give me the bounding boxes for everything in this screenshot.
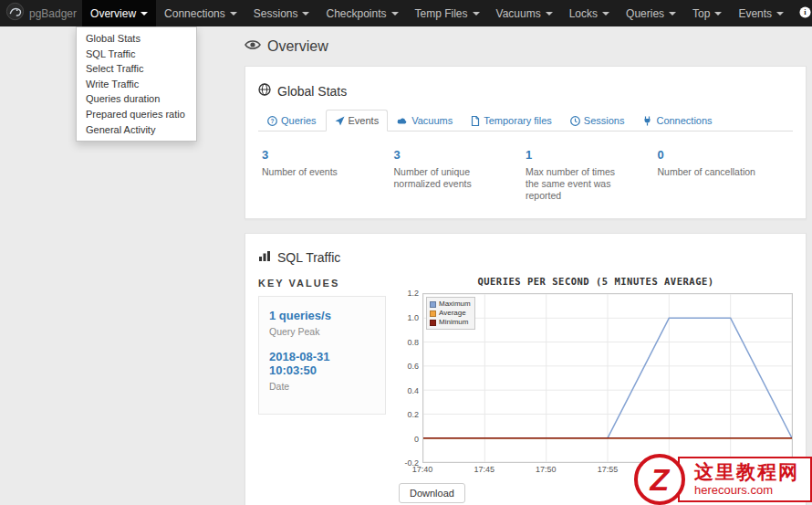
legend-label: Minimum (439, 318, 468, 327)
caret-down-icon (776, 12, 784, 16)
stat-label: Number of cancellation (658, 166, 759, 178)
stat-value: 3 (262, 148, 363, 162)
nav-item-overview[interactable]: Overview (82, 0, 156, 26)
plug-icon (642, 116, 652, 126)
nav-item-queries[interactable]: Queries (618, 0, 684, 26)
key-values-box: 1 queries/s Query Peak 2018-08-31 10:03:… (258, 296, 386, 415)
query-peak-value: 1 queries/s (269, 309, 375, 322)
query-peak-label: Query Peak (269, 326, 375, 337)
nav-item-locks[interactable]: Locks (561, 0, 618, 26)
nav-item-label: Events (738, 7, 772, 20)
x-axis-tick-label: 17:45 (474, 465, 494, 474)
tab-sessions[interactable]: Sessions (561, 110, 634, 132)
paper-plane-icon (335, 116, 345, 126)
caret-down-icon (391, 12, 399, 16)
peak-date-label: Date (269, 381, 375, 392)
tab-vacuums[interactable]: Vacuums (388, 110, 462, 132)
nav-item-label: Locks (569, 7, 598, 20)
legend-swatch (430, 320, 436, 326)
cloud-icon (397, 116, 408, 126)
y-axis-tick-label: 0.4 (407, 386, 419, 395)
y-axis-tick-label: 1.0 (407, 313, 419, 322)
legend-label: Maximum (439, 300, 471, 309)
download-button[interactable]: Download (399, 483, 465, 503)
nav-item-label: Queries (626, 7, 664, 20)
x-axis-tick-label: 17:50 (536, 465, 557, 474)
nav-item-label: Overview (90, 7, 136, 20)
key-values-title: KEY VALUES (258, 278, 386, 289)
legend-swatch (430, 301, 436, 308)
nav-item-vacuums[interactable]: Vacuums (488, 0, 561, 26)
stat-value: 3 (394, 148, 495, 162)
nav-item-label: Checkpoints (326, 7, 386, 20)
chart-title: QUERIES PER SECOND (5 MINUTES AVERAGE) (399, 276, 793, 287)
tab-temporary-files[interactable]: Temporary files (462, 110, 561, 132)
page-title-text: Overview (267, 38, 328, 55)
svg-text:?: ? (271, 118, 275, 124)
stat-label: Number of unique normalized events (394, 166, 495, 190)
nav-item-top[interactable]: Top (684, 0, 730, 26)
pgbadger-logo-icon (5, 2, 25, 25)
global-stats-panel: Global Stats ? Queries Events Vacuums Te… (245, 66, 807, 219)
nav-item-sessions[interactable]: Sessions (245, 0, 318, 26)
eye-icon (245, 38, 261, 55)
main-content: Overview Global Stats ? Queries Events V… (245, 26, 807, 505)
nav-item-about[interactable]: i (792, 0, 812, 26)
stat-value: 1 (526, 148, 627, 162)
caret-down-icon (714, 12, 722, 16)
legend-item: Maximum (430, 300, 471, 309)
dropdown-item-write-traffic[interactable]: Write Traffic (77, 77, 196, 92)
tab-events[interactable]: Events (326, 110, 389, 132)
y-axis-tick-label: 0.6 (407, 362, 419, 371)
caret-down-icon (669, 12, 676, 16)
watermark-title: 这里教程网 (694, 461, 799, 483)
caret-down-icon (473, 12, 480, 16)
legend-label: Average (439, 309, 466, 318)
clock-icon (570, 116, 580, 126)
brand-title: pgBadger (29, 7, 77, 20)
globe-icon (258, 83, 271, 99)
top-navbar: pgBadger Overview Connections Sessions C… (0, 0, 812, 26)
y-axis-tick-label: 0.8 (407, 338, 419, 347)
sql-traffic-title: SQL Traffic (258, 250, 793, 265)
caret-down-icon (302, 12, 309, 16)
watermark-logo-letter: Z (651, 462, 670, 498)
watermark-box: 这里教程网 herecours.com (678, 457, 812, 503)
y-axis-tick-label: 1.2 (407, 289, 419, 298)
nav-item-connections[interactable]: Connections (156, 0, 245, 26)
caret-down-icon (141, 12, 148, 16)
caret-down-icon (546, 12, 553, 16)
global-stats-tabs: ? Queries Events Vacuums Temporary files… (258, 110, 793, 132)
dropdown-item-global-stats[interactable]: Global Stats (77, 31, 196, 47)
tab-queries[interactable]: ? Queries (258, 110, 326, 132)
nav-item-label: Connections (164, 7, 225, 20)
stat-label: Number of events (262, 166, 363, 178)
nav-item-checkpoints[interactable]: Checkpoints (318, 0, 406, 26)
dropdown-item-general-activity[interactable]: General Activity (77, 122, 196, 138)
legend-swatch (430, 310, 436, 317)
tab-connections[interactable]: Connections (633, 110, 721, 132)
watermark-logo: Z (634, 454, 685, 505)
stat-number-of-cancellation: 0 Number of cancellation (658, 148, 790, 202)
nav-item-temp-files[interactable]: Temp Files (407, 0, 488, 26)
dropdown-item-select-traffic[interactable]: Select Traffic (77, 61, 196, 77)
stat-max-same-event: 1 Max number of times the same event was… (526, 148, 658, 202)
peak-date-value: 2018-08-31 10:03:50 (269, 350, 375, 377)
dropdown-item-queries-duration[interactable]: Queries duration (77, 91, 196, 107)
stat-number-of-events: 3 Number of events (262, 148, 394, 202)
global-stats-title: Global Stats (258, 83, 793, 99)
dropdown-item-sql-traffic[interactable]: SQL Traffic (77, 47, 196, 62)
chart-y-axis-labels: -0.200.20.40.60.81.01.2 (399, 293, 422, 463)
chart-legend: MaximumAverageMinimum (426, 297, 475, 330)
stat-unique-normalized-events: 3 Number of unique normalized events (394, 148, 526, 202)
navbar-brand[interactable]: pgBadger (0, 0, 82, 26)
stat-label: Max number of times the same event was r… (526, 166, 627, 202)
dropdown-item-prepared-queries-ratio[interactable]: Prepared queries ratio (77, 107, 196, 122)
key-values-section: KEY VALUES 1 queries/s Query Peak 2018-0… (258, 276, 386, 503)
navbar-menu: Overview Connections Sessions Checkpoint… (82, 0, 812, 26)
nav-item-label: Sessions (254, 7, 298, 20)
legend-item: Minimum (430, 318, 471, 327)
question-circle-icon: ? (267, 116, 277, 126)
info-icon: i (799, 6, 811, 21)
nav-item-events[interactable]: Events (730, 0, 792, 26)
